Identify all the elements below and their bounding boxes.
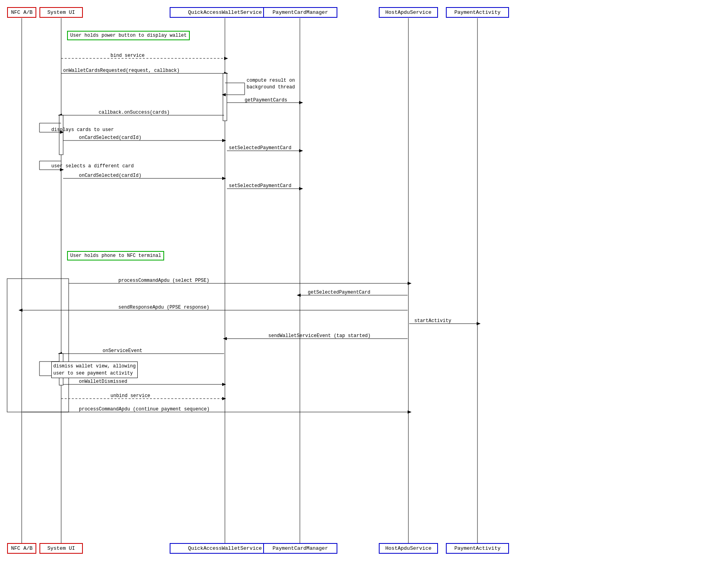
participant-pcm-bottom: PaymentCardManager: [263, 543, 337, 554]
msg-unbind-service: unbind service: [110, 393, 150, 399]
participant-pcm-top: PaymentCardManager: [263, 7, 337, 18]
svg-marker-46: [223, 337, 227, 340]
msg-on-card-selected-1: onCardSelected(cardId): [79, 135, 141, 140]
participant-has-bottom: HostApduService: [379, 543, 438, 554]
svg-rect-10: [223, 73, 227, 121]
note-nfc-terminal: User holds phone to NFC terminal: [67, 251, 164, 260]
participant-nfc-bottom: NFC A/B: [7, 543, 36, 554]
participant-nfc-top: NFC A/B: [7, 7, 36, 18]
msg-get-payment-cards: getPaymentCards: [245, 97, 287, 103]
svg-rect-19: [59, 115, 63, 155]
msg-set-selected-1: setSelectedPaymentCard: [229, 145, 291, 151]
msg-process-command-apdu-ppse: processCommandApdu (select PPSE): [118, 278, 209, 283]
msg-bind-service: bind service: [110, 53, 144, 58]
msg-displays-cards: displays cards to user: [51, 127, 114, 133]
note-power-button: User holds power button to display walle…: [67, 31, 190, 40]
participant-sysui-bottom: System UI: [39, 543, 83, 554]
svg-marker-27: [299, 149, 303, 152]
msg-send-response-apdu: sendResponseApdu (PPSE response): [118, 305, 209, 310]
note-dismiss-wallet: dismiss wallet view, allowinguser to see…: [51, 362, 138, 378]
sequence-diagram: NFC A/B System UI QuickAccessWalletServi…: [0, 0, 728, 562]
participant-sysui-top: System UI: [39, 7, 83, 18]
msg-callback-onsuccess: callback.onSuccess(cards): [99, 110, 170, 115]
msg-onwallet-cards-requested: onWalletCardsRequested(request, callback…: [63, 68, 180, 73]
svg-marker-55: [222, 383, 226, 386]
svg-marker-18: [58, 114, 62, 117]
svg-marker-25: [222, 139, 226, 142]
svg-marker-44: [477, 322, 481, 325]
msg-on-service-event: onServiceEvent: [103, 348, 142, 354]
svg-rect-36: [7, 279, 69, 412]
msg-on-wallet-dismissed: onWalletDismissed: [79, 379, 127, 384]
svg-marker-42: [19, 309, 22, 312]
svg-marker-9: [224, 72, 228, 75]
svg-marker-33: [222, 177, 226, 180]
svg-marker-7: [224, 57, 228, 60]
participant-has-top: HostApduService: [379, 7, 438, 18]
msg-set-selected-2: setSelectedPaymentCard: [229, 183, 291, 189]
svg-marker-14: [222, 93, 226, 96]
svg-marker-40: [297, 294, 301, 297]
msg-on-card-selected-2: onCardSelected(cardId): [79, 173, 141, 178]
svg-marker-38: [408, 282, 412, 285]
msg-start-activity: startActivity: [414, 318, 451, 324]
participant-pa-top: PaymentActivity: [446, 7, 509, 18]
svg-marker-16: [299, 101, 303, 104]
svg-marker-57: [222, 397, 226, 400]
msg-send-wallet-service-event: sendWalletServiceEvent (tap started): [268, 333, 371, 339]
msg-process-command-apdu-continue: processCommandApdu (continue payment seq…: [79, 407, 210, 412]
msg-get-selected-payment-card: getSelectedPaymentCard: [308, 290, 370, 295]
msg-user-selects-diff: user selects a different card: [51, 163, 134, 169]
svg-marker-48: [58, 352, 62, 355]
participant-pa-bottom: PaymentActivity: [446, 543, 509, 554]
svg-marker-35: [299, 187, 303, 190]
note-compute-result: compute result onbackground thread: [247, 77, 295, 91]
svg-marker-59: [408, 410, 412, 414]
